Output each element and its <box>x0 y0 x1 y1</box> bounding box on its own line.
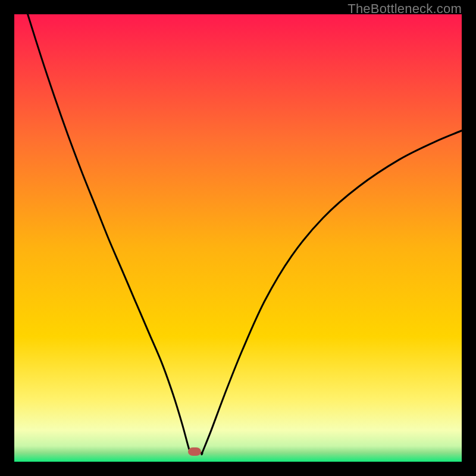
watermark-text: TheBottleneck.com <box>347 1 462 17</box>
optimal-point-marker <box>188 447 201 456</box>
gradient-background <box>14 14 462 462</box>
bottleneck-chart <box>14 14 462 462</box>
chart-frame <box>14 14 462 462</box>
